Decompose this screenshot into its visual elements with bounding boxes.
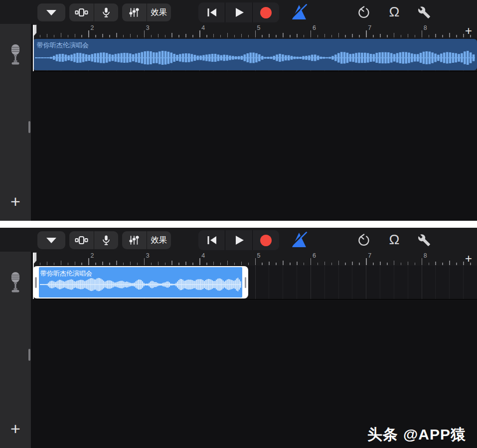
bar-line bbox=[422, 258, 423, 265]
ruler-tick bbox=[192, 263, 193, 265]
ruler-tick bbox=[283, 261, 284, 265]
audio-recorder-track-button[interactable] bbox=[0, 266, 31, 299]
ruler-tick bbox=[40, 35, 41, 37]
ruler-tick bbox=[61, 33, 62, 37]
ruler-tick bbox=[331, 263, 332, 265]
metronome-icon bbox=[291, 4, 308, 21]
view-switch-group bbox=[69, 3, 118, 21]
metronome-button[interactable] bbox=[290, 3, 309, 21]
tracks-view-icon bbox=[75, 235, 88, 245]
undo-button[interactable] bbox=[355, 232, 372, 248]
ruler-tick bbox=[151, 35, 152, 37]
effects-button[interactable]: 效果 bbox=[147, 3, 171, 21]
track-controls-button[interactable] bbox=[37, 3, 65, 21]
bar-number: 5 bbox=[257, 252, 261, 259]
trim-handle-left[interactable] bbox=[35, 277, 37, 288]
instrument-button[interactable] bbox=[94, 3, 119, 21]
ruler-tick bbox=[415, 35, 416, 37]
wrench-icon bbox=[418, 6, 431, 19]
ruler-tick bbox=[262, 263, 263, 265]
play-button[interactable] bbox=[225, 230, 252, 250]
track-resize-handle[interactable] bbox=[28, 349, 30, 361]
ruler-tick bbox=[435, 262, 436, 265]
track-resize-handle[interactable] bbox=[28, 121, 30, 133]
track-lane[interactable]: 带你听杰伦演唱会 bbox=[33, 38, 477, 72]
audio-region-selected[interactable]: 带你听杰伦演唱会 bbox=[33, 266, 248, 299]
loop-browser-button[interactable]: Ω bbox=[385, 2, 403, 21]
ruler-tick bbox=[408, 262, 409, 265]
beat-gridline bbox=[255, 266, 256, 299]
track-header-sidebar: + bbox=[0, 252, 31, 448]
add-track-button[interactable]: + bbox=[0, 420, 31, 437]
metronome-button[interactable] bbox=[290, 231, 309, 249]
ruler-tick bbox=[241, 34, 242, 37]
ruler-tick bbox=[185, 34, 186, 37]
settings-button[interactable] bbox=[416, 4, 433, 20]
loop-browser-button[interactable]: Ω bbox=[385, 230, 403, 249]
ruler-tick bbox=[185, 262, 186, 265]
record-button[interactable] bbox=[252, 2, 279, 22]
ruler-tick bbox=[401, 263, 402, 265]
ruler-tick bbox=[449, 33, 450, 37]
ruler-tick bbox=[158, 262, 159, 265]
zoom-in-button[interactable]: + bbox=[465, 24, 472, 38]
ruler-tick bbox=[68, 263, 69, 265]
time-ruler[interactable]: 2345678 + bbox=[33, 252, 477, 266]
ruler-tick bbox=[227, 261, 228, 265]
beat-gridline bbox=[338, 266, 339, 299]
ruler-tick bbox=[345, 35, 346, 37]
beat-gridline bbox=[380, 266, 380, 299]
beat-gridline bbox=[269, 266, 269, 299]
chevron-down-icon bbox=[46, 237, 57, 244]
ruler-tick bbox=[318, 263, 318, 265]
audio-recorder-track-button[interactable] bbox=[0, 38, 31, 71]
track-lane[interactable]: 带你听杰伦演唱会 bbox=[33, 266, 477, 299]
rewind-icon bbox=[206, 235, 218, 246]
bar-line bbox=[88, 258, 89, 265]
track-controls-button[interactable] bbox=[37, 231, 65, 249]
bar-number: 3 bbox=[146, 24, 150, 31]
ruler-tick bbox=[206, 35, 207, 37]
ruler-tick bbox=[213, 34, 214, 37]
track-header-sidebar: + bbox=[0, 24, 31, 221]
tracks-view-button[interactable] bbox=[69, 3, 94, 21]
ruler-tick bbox=[394, 33, 395, 37]
mixer-button[interactable] bbox=[122, 231, 147, 249]
rewind-button[interactable] bbox=[198, 230, 225, 250]
playhead-line bbox=[33, 253, 34, 299]
rewind-icon bbox=[206, 7, 218, 18]
ruler-tick bbox=[241, 262, 242, 265]
ruler-tick bbox=[338, 261, 339, 265]
watermark: 头条@APP猿 bbox=[367, 425, 466, 445]
ruler-tick bbox=[463, 34, 464, 37]
time-ruler[interactable]: 2345678 + bbox=[33, 24, 477, 38]
trim-handle-right[interactable] bbox=[245, 277, 247, 288]
effects-button[interactable]: 效果 bbox=[147, 231, 171, 249]
record-button[interactable] bbox=[252, 230, 279, 250]
ruler-tick bbox=[352, 262, 353, 265]
ruler-tick bbox=[449, 261, 450, 265]
ruler-tick bbox=[171, 33, 172, 37]
undo-icon bbox=[357, 6, 370, 19]
undo-button[interactable] bbox=[355, 4, 372, 20]
garageband-screen-before: 效果 bbox=[0, 0, 477, 221]
audio-region[interactable]: 带你听杰伦演唱会 bbox=[33, 39, 477, 70]
add-track-button[interactable]: + bbox=[0, 193, 31, 210]
instrument-button[interactable] bbox=[94, 231, 119, 249]
tracks-view-button[interactable] bbox=[69, 231, 94, 249]
ruler-tick bbox=[234, 263, 235, 265]
settings-button[interactable] bbox=[416, 232, 433, 248]
ruler-tick bbox=[95, 35, 96, 37]
play-button[interactable] bbox=[225, 2, 252, 22]
ruler-tick bbox=[123, 263, 124, 265]
ruler-tick bbox=[352, 34, 353, 37]
ruler-tick bbox=[227, 33, 228, 37]
watermark-prefix: 头条 bbox=[367, 426, 398, 443]
rewind-button[interactable] bbox=[198, 2, 225, 22]
transport-controls bbox=[198, 2, 279, 22]
waveform-graphic bbox=[40, 274, 241, 296]
vintage-microphone-icon bbox=[8, 271, 23, 294]
ruler-tick bbox=[75, 262, 76, 265]
zoom-in-button[interactable]: + bbox=[465, 252, 472, 266]
mixer-button[interactable] bbox=[122, 3, 147, 21]
